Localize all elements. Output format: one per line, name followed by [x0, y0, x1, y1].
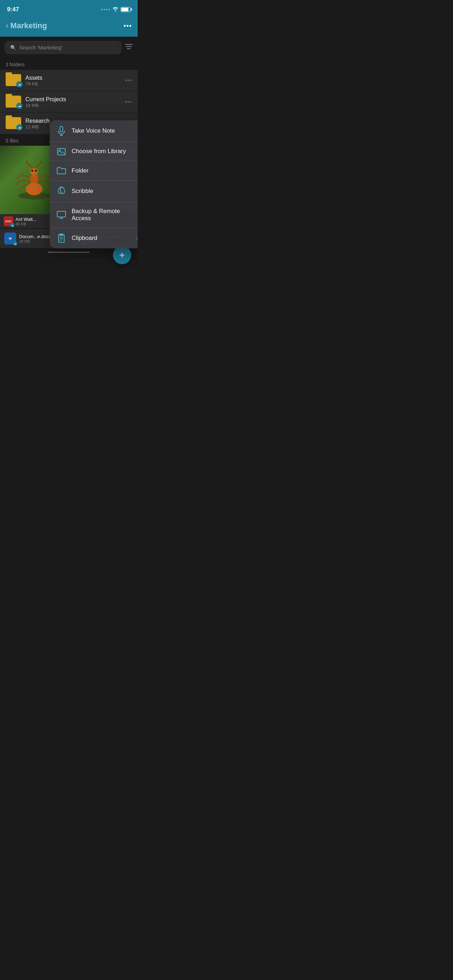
chevron-right-icon: ›	[136, 235, 138, 241]
mic-icon	[57, 126, 66, 136]
scribble-icon	[57, 186, 66, 196]
add-fab-button[interactable]: +	[113, 246, 131, 264]
svg-line-10	[36, 162, 41, 169]
svg-rect-47	[57, 211, 66, 217]
wifi-icon	[112, 7, 119, 13]
folder-size: 18 MB	[25, 103, 121, 108]
folder-name: Assets	[25, 75, 121, 81]
svg-point-6	[30, 168, 38, 175]
svg-line-24	[46, 187, 50, 191]
menu-item-label: Folder	[72, 167, 138, 174]
menu-item-backup[interactable]: Backup & Remote Access	[50, 202, 138, 228]
cloud-badge: ☁	[16, 81, 22, 88]
menu-item-folder[interactable]: Folder	[50, 161, 138, 181]
cloud-sync-icon: ☁	[13, 241, 17, 245]
menu-item-label: Backup & Remote Access	[72, 208, 138, 222]
svg-line-9	[27, 162, 33, 169]
search-bar[interactable]: 🔍 Search 'Marketing'	[5, 41, 121, 54]
search-container: 🔍 Search 'Marketing'	[0, 37, 138, 58]
back-button[interactable]: ‹	[6, 22, 8, 30]
folder-more-button[interactable]: •••	[125, 99, 132, 105]
menu-item-library[interactable]: Choose from Library	[50, 142, 138, 161]
page-title: Marketing	[10, 21, 47, 30]
status-time: 9:47	[7, 6, 19, 13]
svg-line-16	[16, 181, 21, 186]
folder-size: 79 KB	[25, 81, 121, 86]
file-icon-word: W ☁	[4, 232, 16, 245]
svg-line-18	[19, 187, 22, 191]
menu-item-label: Take Voice Note	[72, 127, 138, 134]
svg-point-11	[26, 161, 28, 163]
header: ‹ Marketing •••	[0, 18, 138, 37]
folder-name: Current Projects	[25, 96, 121, 103]
svg-point-7	[32, 170, 33, 172]
context-menu[interactable]: Take Voice Note Choose from Library Fold…	[50, 120, 138, 248]
header-left: ‹ Marketing	[6, 21, 47, 30]
home-bar	[48, 251, 90, 253]
status-icons	[101, 7, 130, 13]
menu-item-label: Clipboard	[72, 235, 130, 242]
folder-icon: ☁	[6, 95, 21, 108]
search-input[interactable]: Search 'Marketing'	[19, 45, 62, 51]
file-type-icon: DOC ☁	[3, 216, 13, 226]
menu-item-label: Scribble	[72, 188, 138, 195]
menu-item-voice[interactable]: Take Voice Note	[50, 120, 138, 142]
folder-item-assets[interactable]: ☁ Assets 79 KB •••	[0, 70, 138, 91]
svg-point-12	[41, 161, 42, 163]
folder-icon: ☁	[6, 117, 21, 130]
folder-info: Current Projects 18 MB	[25, 96, 121, 108]
header-more-button[interactable]: •••	[124, 22, 132, 30]
clipboard-icon	[57, 234, 66, 243]
cloud-badge: ☁	[16, 124, 22, 130]
battery-icon	[121, 7, 130, 12]
cloud-badge: ☁	[16, 103, 22, 109]
folder-more-button[interactable]: •••	[125, 77, 132, 84]
search-icon: 🔍	[10, 45, 16, 51]
folder-icon	[57, 167, 66, 175]
menu-item-scribble[interactable]: Scribble	[50, 181, 138, 202]
status-bar: 9:47	[0, 0, 138, 18]
folders-section-label: 3 folders	[0, 58, 138, 70]
folder-icon: ☁	[6, 74, 21, 87]
signal-icon	[101, 9, 110, 10]
svg-line-14	[17, 174, 22, 179]
svg-point-8	[35, 170, 37, 172]
svg-point-5	[30, 175, 39, 183]
cloud-sync-icon: ☁	[10, 223, 14, 227]
monitor-icon	[57, 211, 66, 219]
menu-item-label: Choose from Library	[72, 148, 138, 155]
svg-rect-51	[60, 234, 63, 235]
folder-info: Assets 79 KB	[25, 75, 121, 86]
filter-icon[interactable]	[125, 44, 133, 51]
menu-item-clipboard[interactable]: Clipboard ›	[50, 228, 138, 248]
photo-icon	[57, 148, 66, 155]
folder-item-current-projects[interactable]: ☁ Current Projects 18 MB •••	[0, 91, 138, 113]
svg-line-19	[38, 174, 47, 178]
svg-line-13	[22, 174, 31, 178]
